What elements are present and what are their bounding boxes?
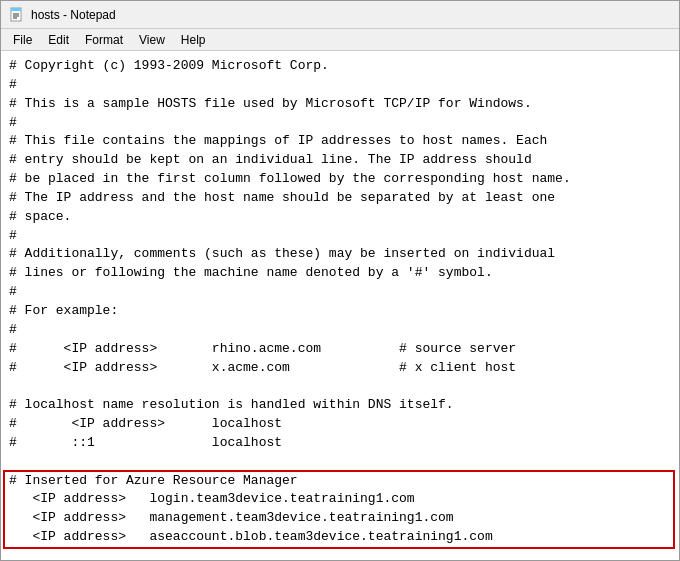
menu-bar: File Edit Format View Help	[1, 29, 679, 51]
text-editor-area[interactable]: # Copyright (c) 1993-2009 Microsoft Corp…	[1, 51, 679, 560]
app-icon	[9, 7, 25, 23]
title-bar: hosts - Notepad	[1, 1, 679, 29]
svg-rect-1	[11, 8, 21, 11]
menu-view[interactable]: View	[131, 31, 173, 49]
file-content: # Copyright (c) 1993-2009 Microsoft Corp…	[9, 57, 671, 547]
window-title: hosts - Notepad	[31, 8, 116, 22]
notepad-window: hosts - Notepad File Edit Format View He…	[0, 0, 680, 561]
menu-help[interactable]: Help	[173, 31, 214, 49]
menu-file[interactable]: File	[5, 31, 40, 49]
menu-format[interactable]: Format	[77, 31, 131, 49]
menu-edit[interactable]: Edit	[40, 31, 77, 49]
